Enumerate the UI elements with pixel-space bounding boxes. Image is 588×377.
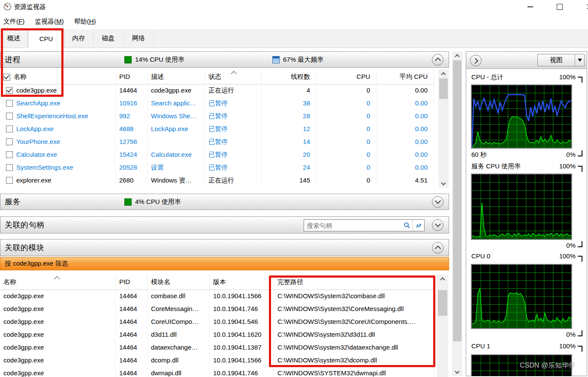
process-row[interactable]: LockApp.exe4688LockApp.exe已暂停1200.00 [0,123,434,135]
services-expand-button[interactable] [432,196,443,208]
column-header-name[interactable]: 名称 [0,69,116,84]
chart-title-cpu-total: CPU - 总计 [471,73,504,81]
process-table-scrollbar[interactable] [438,69,449,188]
scroll-up-arrow[interactable] [452,51,462,60]
views-button[interactable]: 视图 [537,54,585,66]
process-row[interactable]: YourPhone.exe12756已暂停1400.00 [0,135,434,148]
tab-disk[interactable]: 磁盘 [93,29,124,47]
search-go-icon[interactable] [413,220,424,231]
module-row[interactable]: code3gpp.exe14464CoreUICompo…10.0.19041.… [0,315,434,328]
process-cpu: 0 [317,148,377,161]
column-header-cpu[interactable]: CPU [317,69,377,84]
modules-collapse-button[interactable] [432,242,443,254]
column-header-threads[interactable]: 线程数 [262,69,317,84]
handles-expand-button[interactable] [432,219,443,231]
column-header-pid[interactable]: PID [116,275,148,290]
module-row[interactable]: code3gpp.exe14464dataexchange…10.0.19041… [0,341,434,354]
process-rows: code3gpp.exe14464code3gpp.exe正在运行400.00S… [0,84,434,187]
graphs-panel: 视图 CPU - 总计 100% 60 秒 0% 服务 CPU 使用率 100%… [466,51,587,376]
process-status: 已暂停 [205,135,262,148]
panel-expand-button[interactable] [470,55,482,66]
tab-overview[interactable]: 概述 [0,29,28,47]
module-process-name: code3gpp.exe [0,341,116,354]
views-dropdown-arrow[interactable] [575,54,584,66]
scale-bracket-bottom [578,241,582,247]
process-name-cell: SystemSettings.exe [0,161,116,174]
column-header-avg-cpu[interactable]: 平均 CPU [377,69,434,84]
services-title: 服务 [5,197,21,207]
process-status: 已暂停 [205,161,262,174]
tab-memory[interactable]: 内存 [64,29,93,47]
process-threads: 24 [262,161,317,174]
process-threads: 38 [262,97,317,110]
tab-cpu[interactable]: CPU [28,29,64,48]
handles-section-header[interactable]: 关联的句柄 [0,216,449,233]
process-checkbox[interactable] [6,100,13,107]
processes-section-header[interactable]: 进程 14% CPU 使用率 67% 最大频率 [0,51,449,68]
column-header-full-path[interactable]: 完整路径 [274,275,434,290]
process-name-cell: SearchApp.exe [0,97,116,110]
module-row[interactable]: code3gpp.exe14464dcomp.dll10.0.19041.156… [0,354,434,367]
tab-network[interactable]: 网络 [124,29,154,47]
menu-file[interactable]: 文件(F) [0,16,30,27]
column-header-description[interactable]: 描述 [148,69,205,84]
module-row[interactable]: code3gpp.exe14464combase.dll10.0.19041.1… [0,290,434,302]
module-process-name: code3gpp.exe [0,290,116,302]
module-row[interactable]: code3gpp.exe14464dwmapi.dll10.0.19041.74… [0,367,434,377]
menu-monitor[interactable]: 监视器(M) [30,16,69,27]
scrollbar-thumb[interactable] [438,290,447,316]
module-pid: 14464 [116,315,148,328]
scroll-up-arrow[interactable] [438,69,449,78]
chart-bottom-label: 0% [566,331,576,338]
process-checkbox[interactable] [6,151,13,158]
process-row[interactable]: SearchApp.exe10916Search applic…已暂停3800.… [0,97,434,110]
module-row[interactable]: code3gpp.exe14464CoreMessagin…10.0.19041… [0,302,434,315]
modules-section-header[interactable]: 关联的模块 [0,239,449,256]
maximize-button[interactable] [550,0,570,14]
process-checkbox[interactable] [6,164,13,171]
column-header-pid[interactable]: PID [116,69,148,84]
scale-bracket-top [578,77,582,83]
process-name: explorer.exe [16,174,51,187]
chart-top-label: 100% [559,342,576,350]
column-header-module[interactable]: 模块名 [148,275,210,290]
handle-search-input[interactable] [304,222,401,229]
scrollbar-thumb[interactable] [453,60,461,341]
select-all-checkbox[interactable] [3,74,10,81]
process-checkbox[interactable] [6,126,13,132]
process-row[interactable]: explorer.exe2680Windows 资…正在运行14504.51 [0,174,434,187]
close-button[interactable] [579,0,588,14]
menu-help[interactable]: 帮助(H) [69,16,101,27]
scale-bracket-top [578,166,582,172]
scroll-down-arrow[interactable] [452,368,462,376]
process-name: YourPhone.exe [16,135,60,148]
process-checkbox[interactable] [6,177,13,184]
search-icon[interactable] [401,220,413,231]
process-cpu: 0 [317,161,377,174]
module-rows: code3gpp.exe14464combase.dll10.0.19041.1… [0,290,434,377]
process-checkbox[interactable] [6,138,13,145]
module-table-scrollbar[interactable] [437,275,448,377]
scroll-down-arrow[interactable] [438,180,449,188]
process-row[interactable]: code3gpp.exe14464code3gpp.exe正在运行400.00 [0,84,434,97]
services-section-header[interactable]: 服务 4% CPU 使用率 [0,194,449,210]
process-name-cell: ShellExperienceHost.exe [0,110,116,123]
scroll-up-arrow[interactable] [437,275,448,283]
process-name-cell: explorer.exe [0,174,116,187]
minimize-button[interactable] [520,0,540,14]
process-description: Windows She… [148,110,205,123]
process-checkbox[interactable] [6,87,13,94]
module-row[interactable]: code3gpp.exe14464d3d11.dll10.0.19041.162… [0,328,434,341]
process-name: ShellExperienceHost.exe [16,110,88,123]
scrollbar-thumb[interactable] [439,78,448,99]
process-row[interactable]: SystemSettings.exe20528设置已暂停2400.00 [0,161,434,174]
resource-monitor-window: 资源监视器 文件(F) 监视器(M) 帮助(H) 概述 CPU 内存 磁盘 网络… [0,0,588,377]
module-process-name: code3gpp.exe [0,302,116,315]
cpu0-graph [471,264,572,329]
process-row[interactable]: Calculator.exe15424Calculator.exe已暂停2000… [0,148,434,161]
process-row[interactable]: ShellExperienceHost.exe992Windows She…已暂… [0,110,434,123]
process-checkbox[interactable] [6,113,13,120]
main-scrollbar[interactable] [452,51,462,376]
processes-collapse-button[interactable] [432,54,443,66]
column-header-version[interactable]: 版本 [210,275,274,290]
